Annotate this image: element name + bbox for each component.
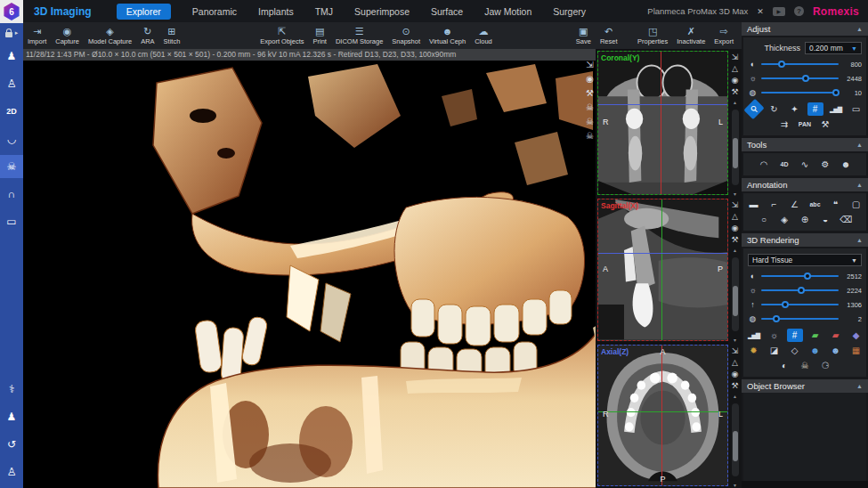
coronal-scrollbar[interactable] (732, 110, 739, 185)
lock-icon[interactable] (5, 32, 12, 37)
sidebar-item-patient[interactable]: ♙ (0, 72, 23, 95)
video-tutorial-icon[interactable]: ▶ (773, 7, 785, 16)
coronal-crosshair-horizontal[interactable] (598, 104, 727, 105)
free-rotate-tool-icon[interactable]: ✦ (787, 102, 803, 116)
sagittal-crosshair-vertical[interactable] (661, 199, 662, 339)
corner-ruler-icon[interactable]: ⌐ (767, 198, 783, 211)
sidebar-item-2d-images[interactable]: 2D (0, 100, 23, 123)
panoramic-curve-icon[interactable]: ◠ (756, 158, 772, 171)
tab-tmj[interactable]: TMJ (315, 6, 333, 17)
camera-icon[interactable]: ◉ (732, 224, 739, 232)
slider-thumb[interactable] (773, 315, 780, 322)
scroll-up-icon[interactable]: ▴ (734, 248, 736, 253)
point-icon[interactable]: ⊕ (797, 213, 813, 226)
4d-tool-icon[interactable]: 4D (776, 158, 792, 171)
annotation-section-header[interactable]: Annotation ▲ (742, 178, 868, 191)
object-browser-header[interactable]: Object Browser ▲ (742, 379, 868, 393)
axial-crosshair-vertical[interactable] (661, 346, 662, 485)
sharpness-slider[interactable]: ◍ 10 (748, 88, 862, 97)
fill-icon[interactable]: ◒ (817, 213, 833, 226)
skew-plane-icon[interactable]: ◆ (848, 329, 864, 342)
cube-icon[interactable]: ◇ (787, 344, 803, 357)
stitch-button[interactable]: ⊞Stitch (159, 26, 185, 45)
sidebar-item-patients[interactable]: ♟ (0, 45, 23, 68)
callout-icon[interactable]: ❝ (828, 198, 844, 211)
green-plane-icon[interactable]: ▰ (807, 329, 823, 342)
collapse-icon[interactable]: ▲ (856, 237, 863, 243)
export-button[interactable]: ⇨Export (710, 26, 738, 45)
color-star-icon[interactable]: ✹ (746, 344, 762, 357)
slice-lines-icon[interactable]: # (807, 102, 823, 116)
rendering-preset-dropdown[interactable]: Hard Tissue ▼ (748, 254, 862, 266)
save-button[interactable]: ▣Save (572, 26, 596, 45)
sidebar-item-dental-unit[interactable]: ⚕ (0, 378, 23, 401)
sidebar-item-module[interactable]: ▭ (0, 210, 23, 233)
tab-superimpose[interactable]: Superimpose (354, 6, 410, 17)
wrench-icon[interactable]: ⚒ (731, 236, 738, 244)
thickness-dropdown[interactable]: 0.200 mm ▼ (805, 42, 862, 54)
skull-left-view-icon[interactable]: ☠ (586, 131, 594, 141)
export-slices-icon[interactable]: ⇉ (776, 118, 792, 131)
slice-lines-icon[interactable]: # (787, 329, 803, 342)
help-icon[interactable]: ? (794, 6, 804, 16)
coronal-image[interactable]: Coronal(Y) R L (597, 51, 728, 195)
close-icon[interactable]: ✕ (757, 7, 764, 16)
camera-icon[interactable]: ◉ (732, 77, 739, 85)
snapshot-button[interactable]: ⊙Snapshot (387, 26, 425, 45)
slider-track[interactable] (761, 92, 839, 94)
sidebar-item-dental-arch[interactable]: ◡ (0, 127, 23, 150)
collapse-icon[interactable]: ▲ (856, 142, 863, 148)
tab-panoramic[interactable]: Panoramic (192, 6, 237, 17)
tools-section-header[interactable]: Tools ▲ (742, 138, 868, 151)
expand-icon[interactable]: ⇲ (732, 53, 739, 61)
sphere-icon[interactable]: ◐ (776, 359, 792, 372)
scroll-up-icon[interactable]: ▴ (734, 394, 736, 399)
implant-tool-icon[interactable]: ⚙ (817, 158, 833, 171)
sidebar-item-3d-imaging[interactable]: ☠ (0, 155, 23, 178)
3d-viewport[interactable]: ⇲ ◉ ⚒ ☠ ☠ ☠ (23, 49, 596, 488)
ara-button[interactable]: ↻ARA (136, 26, 158, 45)
red-plane-icon[interactable]: ▰ (828, 329, 844, 342)
collapse-icon[interactable]: ▲ (856, 26, 863, 32)
frame-icon[interactable]: ▭ (848, 102, 864, 116)
volume-annotation-icon[interactable]: ◈ (776, 213, 792, 226)
cone-icon[interactable]: △ (732, 213, 738, 221)
wrench-icon[interactable]: ⚒ (731, 382, 738, 390)
properties-button[interactable]: ◳Properties (633, 26, 672, 45)
expand-icon[interactable]: ⇲ (586, 60, 593, 69)
circle-icon[interactable]: ○ (756, 213, 772, 226)
nerve-marking-icon[interactable]: ∿ (797, 158, 813, 171)
axial-image[interactable]: Axial(Z) A R L P (597, 345, 728, 486)
render-elevation-slider[interactable]: ↑ 1306 (748, 300, 862, 309)
sidebar-item-person-search[interactable]: ♙ (0, 460, 23, 484)
dicom-storage-button[interactable]: ☰DICOM Storage (331, 26, 387, 45)
skull-right-view-icon[interactable]: ☠ (586, 102, 594, 112)
rotate-tool-icon[interactable]: ↻ (767, 102, 783, 116)
scroll-up-icon[interactable]: ▴ (734, 100, 736, 105)
slider-track[interactable] (761, 318, 839, 320)
sidebar-item-clinic[interactable]: ♟ (0, 405, 23, 428)
slider-thumb[interactable] (802, 75, 809, 82)
lut-grid-icon[interactable]: ▦ (848, 344, 864, 357)
reset-button[interactable]: ↶Reset (596, 26, 622, 45)
tab-surface[interactable]: Surface (431, 6, 463, 17)
head-soft-icon[interactable]: ☻ (828, 344, 844, 357)
sidebar-item-tmj[interactable]: ∩ (0, 183, 23, 206)
axial-scrollbar[interactable] (732, 403, 739, 476)
slider-track[interactable] (761, 77, 839, 79)
sidebar-item-sign-in[interactable]: ↺ (0, 433, 23, 456)
clip-box-icon[interactable]: ◪ (767, 344, 783, 357)
light-icon[interactable]: ☼ (767, 329, 783, 342)
cone-icon[interactable]: △ (732, 65, 738, 73)
camera-icon[interactable]: ◉ (732, 370, 739, 378)
rendering-section-header[interactable]: 3D Rendering ▲ (742, 233, 868, 247)
export-objects-button[interactable]: ⇱Export Objects (256, 26, 308, 45)
slider-thumb[interactable] (778, 61, 785, 68)
erase-icon[interactable]: ⌫ (838, 213, 854, 226)
app-logo[interactable]: 6 (0, 0, 23, 23)
zoom-tool-icon[interactable]: ⚲ (743, 99, 764, 119)
capture-button[interactable]: ◉Capture (51, 26, 84, 45)
coronal-crosshair-vertical[interactable] (661, 52, 661, 194)
slider-thumb[interactable] (782, 301, 789, 308)
histogram-icon[interactable]: ▂▅▇ (746, 329, 762, 342)
